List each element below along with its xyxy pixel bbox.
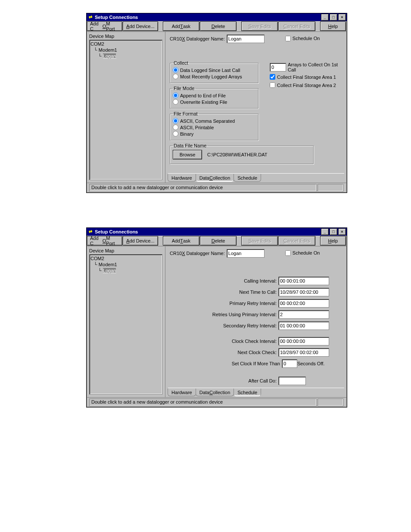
next-clock-check-input[interactable] — [278, 348, 329, 357]
set-clock-input[interactable] — [282, 359, 297, 368]
status-bar: Double click to add a new datalogger or … — [87, 183, 347, 193]
add-task-button[interactable]: Add Task — [163, 22, 199, 31]
data-file-name-group: Data File Name Browse C:\PC208W\WEATHER.… — [170, 143, 314, 164]
add-com-port-button[interactable]: Add COM Port — [87, 236, 122, 246]
schedule-on-checkbox[interactable]: Schedule On — [285, 36, 320, 41]
device-map-panel: Device Map COM2 └ Modem1 └ Logan — [87, 246, 165, 397]
add-com-port-button[interactable]: Add COM Port — [87, 22, 122, 31]
device-tree[interactable]: COM2 └ Modem1 └ Logan — [89, 254, 162, 395]
collect-fsa1-checkbox[interactable]: Collect Final Storage Area 1 — [270, 74, 342, 80]
collect-group: Collect Data Logged Since Last Call Most… — [170, 60, 258, 83]
cancel-edits-button: Cancel Edits — [278, 236, 315, 246]
app-icon: ⇄ — [87, 229, 93, 235]
set-clock-pre-label: Set Clock If More Than — [232, 361, 280, 366]
tab-data-collection[interactable]: Data Collection — [196, 389, 234, 396]
close-icon[interactable]: × — [338, 14, 346, 21]
collect-most-recent-radio[interactable]: Most Recently Logged Arrays — [173, 74, 255, 79]
file-format-ascii-print-radio[interactable]: ASCII, Printable — [173, 124, 255, 130]
tab-hardware[interactable]: Hardware — [168, 389, 196, 396]
maximize-icon[interactable]: □ — [330, 228, 337, 235]
set-clock-post-label: Seconds Off. — [297, 361, 329, 366]
retries-using-label: Retries Using Primary Interval: — [212, 312, 277, 317]
next-time-to-call-input[interactable] — [278, 288, 329, 296]
datalogger-name-label: CR10X Datalogger Name: — [170, 251, 225, 256]
file-mode-group: File Mode Append to End of File Overwrit… — [170, 86, 258, 109]
arrays-label: Arrays to Collect On 1st Call — [288, 62, 342, 72]
tree-item-modem1[interactable]: └ Modem1 — [90, 47, 161, 53]
secondary-retry-label: Secondary Retry Interval: — [223, 323, 277, 328]
collect-since-last-radio[interactable]: Data Logged Since Last Call — [173, 67, 255, 73]
after-call-do-label: After Call Do: — [249, 378, 277, 383]
file-format-binary-radio[interactable]: Binary — [173, 131, 255, 137]
clock-check-input[interactable] — [278, 337, 329, 345]
datalogger-name-input[interactable] — [227, 249, 265, 258]
status-cell-right — [318, 184, 343, 192]
setup-connections-window-schedule: ⇄ Setup Connections _ □ × Add COM Port A… — [86, 227, 347, 408]
status-bar: Double click to add a new datalogger or … — [87, 397, 347, 407]
tree-item-com2[interactable]: COM2 — [90, 255, 161, 261]
after-call-do-input[interactable] — [278, 376, 306, 385]
save-edits-button: Save Edits — [241, 22, 278, 31]
titlebar[interactable]: ⇄ Setup Connections _ □ × — [87, 228, 347, 236]
datalogger-name-row: CR10X Datalogger Name: Schedule On — [170, 34, 342, 43]
tab-bar: Hardware Data Collection Schedule — [168, 173, 344, 182]
delete-button[interactable]: Delete — [200, 22, 237, 31]
file-format-legend: File Format — [173, 111, 199, 116]
data-file-path: C:\PC208W\WEATHER.DAT — [207, 152, 268, 157]
datalogger-name-label: CR10X Datalogger Name: — [170, 36, 225, 41]
primary-retry-input[interactable] — [278, 299, 329, 308]
browse-button[interactable]: Browse — [173, 150, 202, 159]
device-map-label: Device Map — [89, 34, 162, 39]
tree-item-com2[interactable]: COM2 — [90, 41, 161, 47]
tab-bar: Hardware Data Collection Schedule — [168, 388, 344, 396]
calling-interval-input[interactable] — [278, 277, 329, 285]
tab-schedule[interactable]: Schedule — [234, 389, 261, 396]
file-mode-overwrite-radio[interactable]: Overwrite Existing File — [173, 99, 255, 105]
delete-button[interactable]: Delete — [200, 236, 237, 246]
schedule-on-checkbox[interactable]: Schedule On — [285, 250, 320, 256]
tab-schedule[interactable]: Schedule — [234, 174, 261, 182]
next-clock-check-label: Next Clock Check: — [238, 350, 277, 355]
datalogger-name-row: CR10X Datalogger Name: Schedule On — [170, 249, 342, 258]
calling-interval-label: Calling Interval: — [244, 278, 277, 283]
save-edits-button: Save Edits — [241, 236, 278, 246]
window-title: Setup Connections — [95, 229, 320, 234]
setup-connections-window-datacollection: ⇄ Setup Connections _ □ × Add COM Port A… — [86, 13, 347, 193]
maximize-icon[interactable]: □ — [330, 14, 337, 21]
tab-content-datacollection: CR10X Datalogger Name: Schedule On Colle… — [165, 32, 347, 183]
device-map-panel: Device Map COM2 └ Modem1 └ Logan — [87, 32, 165, 183]
help-button[interactable]: Help — [320, 236, 346, 246]
tree-item-logan[interactable]: └ Logan — [90, 268, 161, 274]
datalogger-name-input[interactable] — [227, 34, 265, 43]
status-text: Double click to add a new datalogger or … — [89, 398, 317, 406]
add-task-button[interactable]: Add Task — [163, 236, 199, 246]
device-map-label: Device Map — [89, 248, 162, 253]
add-device-button[interactable]: Add Device... — [123, 22, 158, 31]
status-cell-right — [318, 398, 343, 406]
data-file-name-legend: Data File Name — [173, 143, 207, 148]
close-icon[interactable]: × — [338, 228, 346, 235]
file-mode-append-radio[interactable]: Append to End of File — [173, 93, 255, 98]
minimize-icon[interactable]: _ — [321, 14, 329, 21]
retries-using-input[interactable] — [278, 310, 329, 319]
status-text: Double click to add a new datalogger or … — [89, 184, 317, 192]
titlebar[interactable]: ⇄ Setup Connections _ □ × — [87, 13, 347, 21]
add-device-button[interactable]: Add Device... — [123, 236, 158, 246]
collect-legend: Collect — [173, 60, 189, 65]
device-tree[interactable]: COM2 └ Modem1 └ Logan — [89, 40, 162, 180]
tab-data-collection[interactable]: Data Collection — [196, 174, 234, 182]
help-button[interactable]: Help — [320, 22, 346, 31]
window-title: Setup Connections — [95, 15, 320, 20]
file-format-ascii-csv-radio[interactable]: ASCII, Comma Separated — [173, 118, 255, 124]
primary-retry-label: Primary Retry Interval: — [230, 301, 277, 306]
arrays-input[interactable] — [270, 63, 286, 72]
minimize-icon[interactable]: _ — [321, 228, 329, 235]
secondary-retry-input[interactable] — [278, 321, 329, 330]
toolbar: Add COM Port Add Device... Add Task Dele… — [87, 21, 347, 32]
tab-hardware[interactable]: Hardware — [168, 174, 196, 182]
collect-fsa2-checkbox[interactable]: Collect Final Storage Area 2 — [270, 82, 342, 88]
file-format-group: File Format ASCII, Comma Separated ASCII… — [170, 111, 258, 140]
set-clock-row: Set Clock If More Than Seconds Off. — [170, 359, 329, 368]
tree-item-logan[interactable]: └ Logan — [90, 53, 161, 59]
tree-item-modem1[interactable]: └ Modem1 — [90, 261, 161, 268]
